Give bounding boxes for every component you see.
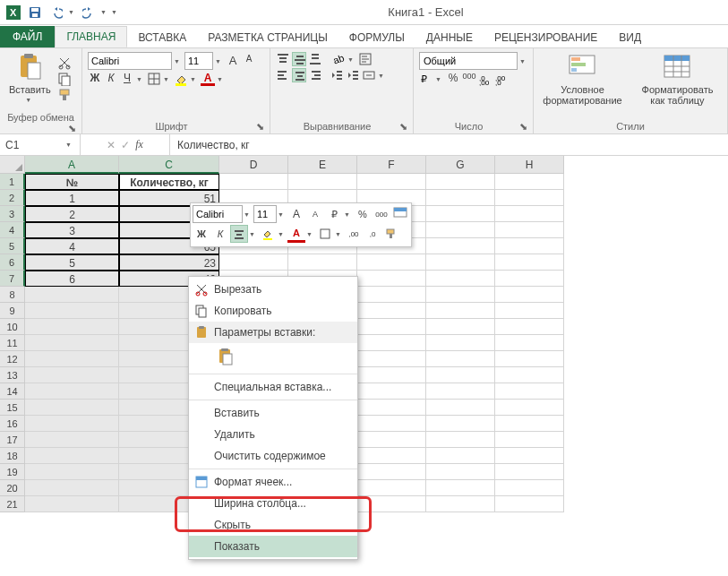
col-header-D[interactable]: D — [219, 156, 288, 174]
menu-delete[interactable]: Удалить — [189, 424, 357, 445]
cell[interactable] — [495, 448, 564, 464]
row-header[interactable]: 7 — [0, 271, 25, 287]
cell[interactable] — [426, 367, 495, 383]
cell[interactable] — [495, 287, 564, 303]
cell[interactable] — [495, 400, 564, 416]
cell[interactable]: Количество, кг — [119, 174, 219, 190]
menu-insert[interactable]: Вставить — [189, 402, 357, 424]
row-header[interactable]: 19 — [0, 464, 25, 480]
underline-button[interactable]: Ч — [120, 72, 134, 86]
col-header-C[interactable]: C — [119, 156, 219, 174]
increase-indent-icon[interactable] — [346, 68, 360, 82]
row-header[interactable]: 8 — [0, 287, 25, 303]
cancel-icon[interactable]: ✕ — [107, 139, 116, 151]
cell[interactable] — [25, 351, 119, 367]
cell[interactable]: 2 — [25, 206, 119, 222]
row-header[interactable]: 3 — [0, 206, 25, 222]
cell[interactable] — [25, 383, 119, 400]
cell[interactable] — [219, 174, 288, 190]
cell[interactable] — [357, 319, 426, 335]
decrease-decimal-icon[interactable]: ,00,0 — [494, 72, 509, 86]
tab-layout[interactable]: РАЗМЕТКА СТРАНИЦЫ — [197, 28, 338, 47]
mini-percent[interactable]: % — [354, 205, 372, 223]
qat-customize[interactable]: ▼ — [111, 9, 120, 15]
tab-formulas[interactable]: ФОРМУЛЫ — [338, 28, 415, 47]
number-launcher[interactable]: ⬊ — [518, 121, 527, 130]
cell[interactable] — [426, 480, 495, 496]
cell[interactable] — [426, 190, 495, 206]
row-header[interactable]: 5 — [0, 238, 25, 254]
cell[interactable] — [426, 432, 495, 448]
cell[interactable] — [495, 367, 564, 383]
cell[interactable] — [495, 190, 564, 206]
font-color-icon[interactable]: A — [201, 72, 215, 86]
cell[interactable] — [25, 287, 119, 303]
cell[interactable] — [426, 254, 495, 271]
paste-dropdown[interactable]: ▼ — [25, 97, 34, 103]
fx-icon[interactable]: fx — [135, 138, 143, 151]
name-box[interactable]: C1 ▼ — [0, 134, 81, 155]
menu-col-width[interactable]: Ширина столбца... — [189, 493, 357, 514]
col-header-A[interactable]: A — [25, 156, 119, 174]
mini-borders-icon[interactable] — [316, 225, 334, 243]
cell[interactable] — [426, 287, 495, 303]
cell[interactable] — [25, 367, 119, 383]
menu-cut[interactable]: Вырезать — [189, 279, 357, 300]
tab-data[interactable]: ДАННЫЕ — [415, 28, 484, 47]
cell[interactable] — [426, 416, 495, 432]
col-header-G[interactable]: G — [426, 156, 495, 174]
cell[interactable] — [288, 174, 357, 190]
row-header[interactable]: 2 — [0, 190, 25, 206]
cell[interactable] — [25, 448, 119, 464]
cell[interactable] — [426, 174, 495, 190]
cell[interactable] — [495, 464, 564, 480]
mini-italic[interactable]: К — [211, 225, 229, 243]
row-header[interactable]: 11 — [0, 335, 25, 351]
row-header[interactable]: 13 — [0, 367, 25, 383]
mini-font-name[interactable] — [193, 205, 243, 223]
cell[interactable] — [25, 496, 119, 512]
orientation-icon[interactable]: ab — [331, 52, 346, 66]
cell[interactable] — [495, 383, 564, 400]
cell[interactable] — [426, 383, 495, 400]
cell[interactable] — [426, 496, 495, 512]
fill-color-icon[interactable] — [174, 72, 188, 86]
cell[interactable] — [219, 254, 288, 271]
cell[interactable] — [25, 416, 119, 432]
cell[interactable] — [357, 271, 426, 287]
decrease-font-icon[interactable]: A — [242, 54, 256, 68]
cell[interactable] — [495, 222, 564, 238]
cell[interactable] — [357, 400, 426, 416]
mini-thousands[interactable]: 000 — [373, 205, 390, 223]
cell[interactable] — [25, 335, 119, 351]
cell[interactable] — [495, 319, 564, 335]
wrap-text-icon[interactable] — [358, 52, 373, 66]
row-header[interactable]: 4 — [0, 222, 25, 238]
align-left-icon[interactable] — [276, 68, 290, 82]
undo-icon[interactable] — [47, 3, 66, 22]
select-all-corner[interactable] — [0, 156, 25, 174]
cell[interactable] — [495, 496, 564, 512]
row-header[interactable]: 15 — [0, 400, 25, 416]
cell[interactable]: № — [25, 174, 119, 190]
cell[interactable] — [357, 464, 426, 480]
formula-input[interactable]: Количество, кг — [170, 139, 728, 151]
menu-clear[interactable]: Очистить содержимое — [189, 445, 357, 467]
undo-dropdown[interactable]: ▼ — [68, 9, 77, 15]
cell[interactable] — [25, 432, 119, 448]
cell[interactable] — [357, 432, 426, 448]
cell[interactable] — [357, 480, 426, 496]
row-header[interactable]: 9 — [0, 303, 25, 319]
mini-format-painter[interactable] — [382, 225, 400, 243]
tab-home[interactable]: ГЛАВНАЯ — [55, 26, 127, 47]
number-format-select[interactable] — [419, 52, 518, 70]
comma-icon[interactable]: 000 — [462, 72, 476, 86]
percent-icon[interactable]: % — [446, 72, 460, 86]
cell[interactable] — [357, 367, 426, 383]
cell[interactable] — [426, 222, 495, 238]
cell[interactable] — [426, 335, 495, 351]
cell[interactable]: 1 — [25, 190, 119, 206]
format-table-button[interactable]: Форматировать как таблицу — [633, 52, 722, 107]
cell[interactable] — [495, 271, 564, 287]
align-bottom-icon[interactable] — [308, 52, 322, 66]
